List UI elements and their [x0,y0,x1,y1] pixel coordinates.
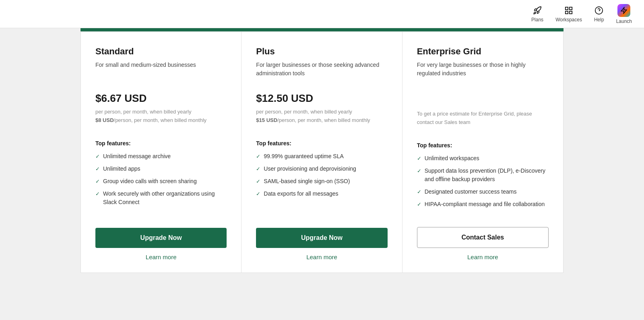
features-list-enterprise: ✓Unlimited workspaces ✓Support data loss… [417,154,549,213]
plan-card-standard: Standard For small and medium-sized busi… [81,32,242,273]
plans-grid: Standard For small and medium-sized busi… [80,31,564,273]
feature-item: ✓Designated customer success teams [417,188,549,196]
feature-item: ✓Unlimited workspaces [417,154,549,163]
check-icon: ✓ [95,165,100,173]
check-icon: ✓ [417,167,421,175]
plan-name-enterprise: Enterprise Grid [417,46,549,57]
plan-card-enterprise: Enterprise Grid For very large businesse… [402,32,563,273]
main-content: Standard For small and medium-sized busi… [0,31,644,289]
check-icon: ✓ [256,178,260,186]
check-icon: ✓ [417,200,421,209]
plan-price-enterprise [417,92,549,107]
features-title-standard: Top features: [95,140,227,147]
plan-actions-enterprise: Contact Sales Learn more [417,227,549,260]
plan-price-detail-standard: per person, per month, when billed yearl… [95,108,227,129]
feature-item: ✓Unlimited apps [95,165,227,173]
check-icon: ✓ [256,153,260,161]
workspaces-label: Workspaces [555,17,582,23]
nav-item-help[interactable]: Help [594,6,604,23]
check-icon: ✓ [95,190,100,198]
svg-rect-3 [570,11,572,13]
svg-rect-0 [566,7,568,9]
learn-more-link-enterprise[interactable]: Learn more [467,254,498,260]
learn-more-link-plus[interactable]: Learn more [306,254,337,260]
upgrade-now-button-standard[interactable]: Upgrade Now [95,228,227,248]
check-icon: ✓ [256,190,260,198]
plan-description-standard: For small and medium-sized businesses [95,61,227,81]
check-icon: ✓ [256,165,260,173]
features-list-standard: ✓Unlimited message archive ✓Unlimited ap… [95,152,227,213]
svg-rect-1 [570,7,572,9]
plan-price-plus: $12.50 USD [256,92,387,105]
contact-sales-button[interactable]: Contact Sales [417,227,549,248]
plan-actions-plus: Upgrade Now Learn more [256,228,387,260]
nav-item-launch[interactable]: Launch [616,4,632,24]
check-icon: ✓ [417,155,421,163]
nav-item-workspaces[interactable]: Workspaces [555,6,582,23]
check-icon: ✓ [95,153,100,161]
feature-item: ✓Work securely with other organizations … [95,190,227,206]
feature-item: ✓99.99% guaranteed uptime SLA [256,152,387,161]
svg-rect-2 [566,11,568,13]
plan-price-detail-enterprise: To get a price estimate for Enterprise G… [417,110,549,131]
upgrade-now-button-plus[interactable]: Upgrade Now [256,228,387,248]
help-label: Help [594,17,604,23]
feature-item: ✓Group video calls with screen sharing [95,177,227,186]
features-title-enterprise: Top features: [417,142,549,149]
plan-card-plus: Plus For larger businesses or those seek… [242,32,402,273]
help-icon [594,6,604,15]
feature-item: ✓HIPAA-compliant message and file collab… [417,200,549,209]
learn-more-link-standard[interactable]: Learn more [146,254,177,260]
plan-price-detail-plus: per person, per month, when billed yearl… [256,108,387,129]
feature-item: ✓User provisioning and deprovisioning [256,165,387,173]
plan-description-plus: For larger businesses or those seeking a… [256,61,387,81]
launch-app-icon [617,4,630,17]
rocket-icon [533,6,542,15]
top-nav: Plans Workspaces [0,0,644,28]
launch-label: Launch [616,19,632,24]
plan-description-enterprise: For very large businesses or those in hi… [417,61,549,81]
check-icon: ✓ [417,188,421,196]
accent-bar [80,28,564,31]
features-list-plus: ✓99.99% guaranteed uptime SLA ✓User prov… [256,152,387,213]
svg-point-4 [595,6,603,14]
feature-item: ✓Data exports for all messages [256,190,387,198]
features-title-plus: Top features: [256,140,387,147]
feature-item: ✓SAML-based single sign-on (SSO) [256,177,387,186]
nav-item-plans[interactable]: Plans [531,6,543,23]
nav-items: Plans Workspaces [531,4,632,24]
check-icon: ✓ [95,178,100,186]
svg-marker-6 [621,7,627,13]
plan-name-standard: Standard [95,46,227,57]
plans-label: Plans [531,17,543,23]
feature-item: ✓Support data loss prevention (DLP), e-D… [417,167,549,184]
plan-name-plus: Plus [256,46,387,57]
feature-item: ✓Unlimited message archive [95,152,227,161]
plan-price-standard: $6.67 USD [95,92,227,105]
grid-icon [564,6,574,15]
plan-actions-standard: Upgrade Now Learn more [95,228,227,260]
